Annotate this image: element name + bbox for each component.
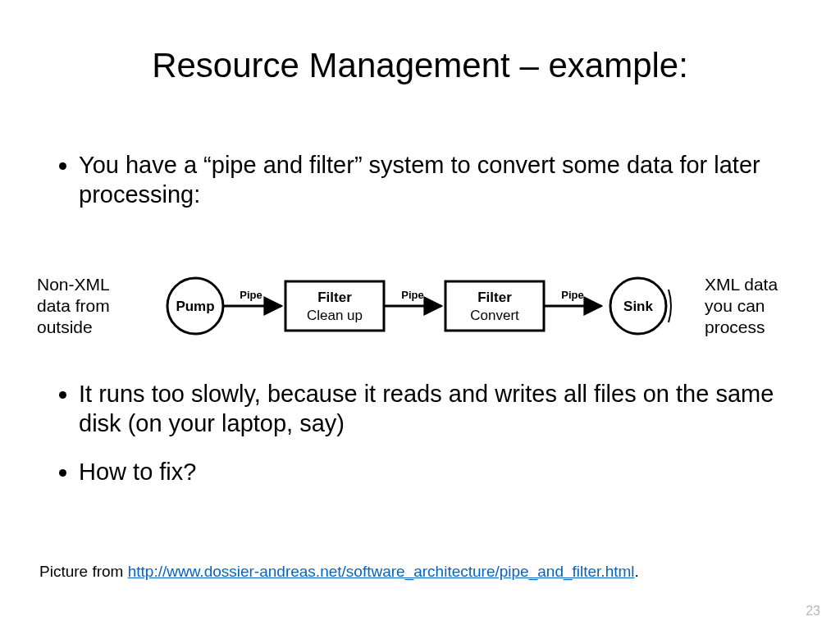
slide-title: Resource Management – example: [0,46,840,85]
bullet-2: It runs too slowly, because it reads and… [79,379,791,439]
filter-1-node [285,281,384,331]
filter-2-title: Filter [477,290,512,305]
diagram-row: Non-XML data from outside Pump Pipe Filt… [37,261,803,351]
slide: Resource Management – example: You have … [0,0,840,630]
bullet-3: How to fix? [79,457,791,486]
credit-prefix: Picture from [39,563,128,580]
filter-2-node [445,281,544,331]
pipe-label-3: Pipe [561,289,583,301]
filter-2-sub: Convert [470,308,519,323]
bullet-1: You have a “pipe and filter” system to c… [79,150,791,210]
diagram-right-label: XML data you can process [698,274,803,339]
filter-1-title: Filter [317,290,352,305]
sink-edge-decoration [669,290,671,322]
pump-label: Pump [176,299,214,314]
credit-suffix: . [635,563,639,580]
pipe-label-1: Pipe [240,289,262,301]
pipe-filter-diagram: Pump Pipe Filter Clean up Pipe Filter Co… [144,269,698,343]
pipe-label-2: Pipe [401,289,423,301]
diagram-left-label: Non-XML data from outside [37,274,144,339]
bullet-list-bottom: It runs too slowly, because it reads and… [56,379,791,504]
credit-link[interactable]: http://www.dossier-andreas.net/software_… [128,563,635,580]
sink-label: Sink [623,299,653,314]
page-number: 23 [806,604,820,619]
filter-1-sub: Clean up [307,308,363,323]
picture-credit: Picture from http://www.dossier-andreas.… [39,563,639,581]
bullet-list-top: You have a “pipe and filter” system to c… [56,150,791,228]
